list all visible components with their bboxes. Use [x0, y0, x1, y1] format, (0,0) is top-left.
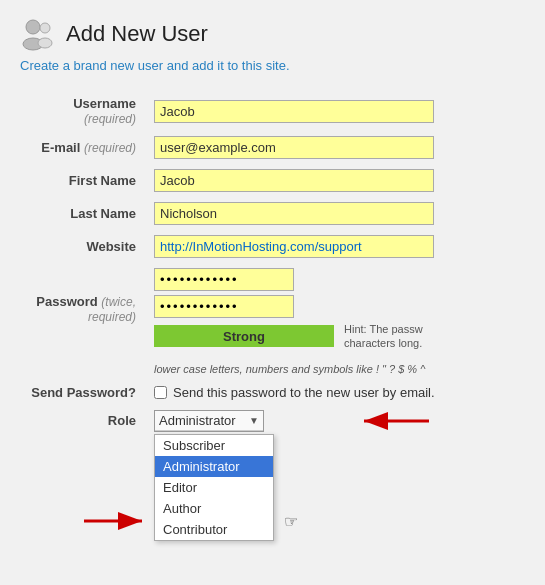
firstname-row: First Name	[20, 164, 525, 197]
role-section: Administrator ▼ Subscriber Administrator…	[154, 410, 521, 432]
role-option-administrator[interactable]: Administrator	[155, 456, 273, 477]
role-label: Role	[20, 405, 150, 437]
email-label: E-mail (required)	[20, 131, 150, 164]
add-user-form: Username (required) E-mail (required) Fi…	[20, 91, 525, 546]
lastname-input[interactable]	[154, 202, 434, 225]
hint-row: lower case letters, numbers and symbols …	[20, 356, 525, 380]
website-row: Website	[20, 230, 525, 263]
website-label: Website	[20, 230, 150, 263]
page-title: Add New User	[66, 21, 208, 47]
send-password-group: Send this password to the new user by em…	[154, 385, 521, 400]
lastname-row: Last Name	[20, 197, 525, 230]
svg-point-3	[38, 38, 52, 48]
email-required: (required)	[84, 141, 136, 155]
username-required: (required)	[84, 112, 136, 126]
role-option-editor[interactable]: Editor	[155, 477, 273, 498]
role-option-author[interactable]: Author	[155, 498, 273, 519]
svg-point-0	[26, 20, 40, 34]
password-row: Password (twice, required) Strong Hint: …	[20, 263, 525, 356]
username-label: Username (required)	[20, 91, 150, 131]
password-group: Strong Hint: The passw characters long.	[154, 268, 521, 351]
hint-continued: lower case letters, numbers and symbols …	[154, 363, 521, 375]
send-password-label: Send Password?	[20, 380, 150, 405]
svg-point-2	[40, 23, 50, 33]
role-option-contributor[interactable]: Contributor	[155, 519, 273, 540]
firstname-label: First Name	[20, 164, 150, 197]
hint-text: Hint: The passw characters long.	[344, 322, 474, 351]
users-icon	[20, 16, 56, 52]
role-select-box[interactable]: Administrator ▼	[154, 410, 264, 432]
role-selected-value: Administrator	[159, 413, 236, 428]
send-password-text: Send this password to the new user by em…	[173, 385, 435, 400]
lastname-label: Last Name	[20, 197, 150, 230]
role-select-row: Administrator ▼	[154, 410, 521, 432]
role-option-subscriber[interactable]: Subscriber	[155, 435, 273, 456]
send-password-row: Send Password? Send this password to the…	[20, 380, 525, 405]
role-row: Role Administrator ▼ Subscriber	[20, 405, 525, 437]
password-label: Password (twice, required)	[20, 263, 150, 356]
red-arrow-to-button	[84, 504, 149, 538]
email-row: E-mail (required)	[20, 131, 525, 164]
page-subtitle: Create a brand new user and add it to th…	[20, 58, 525, 73]
username-row: Username (required)	[20, 91, 525, 131]
username-input[interactable]	[154, 100, 434, 123]
hand-cursor-icon: ☞	[284, 512, 298, 531]
send-password-checkbox[interactable]	[154, 386, 167, 399]
role-select-header: Administrator ▼	[155, 411, 263, 431]
website-input[interactable]	[154, 235, 434, 258]
red-arrow-to-role	[354, 404, 434, 438]
password-input[interactable]	[154, 268, 294, 291]
strength-bar: Strong	[154, 325, 334, 347]
page-header: Add New User	[20, 16, 525, 52]
password-confirm-input[interactable]	[154, 295, 294, 318]
role-dropdown: Subscriber Administrator Editor Author C…	[154, 434, 274, 541]
strength-row: Strong Hint: The passw characters long.	[154, 322, 521, 351]
email-input[interactable]	[154, 136, 434, 159]
firstname-input[interactable]	[154, 169, 434, 192]
dropdown-arrow-icon: ▼	[249, 415, 259, 426]
